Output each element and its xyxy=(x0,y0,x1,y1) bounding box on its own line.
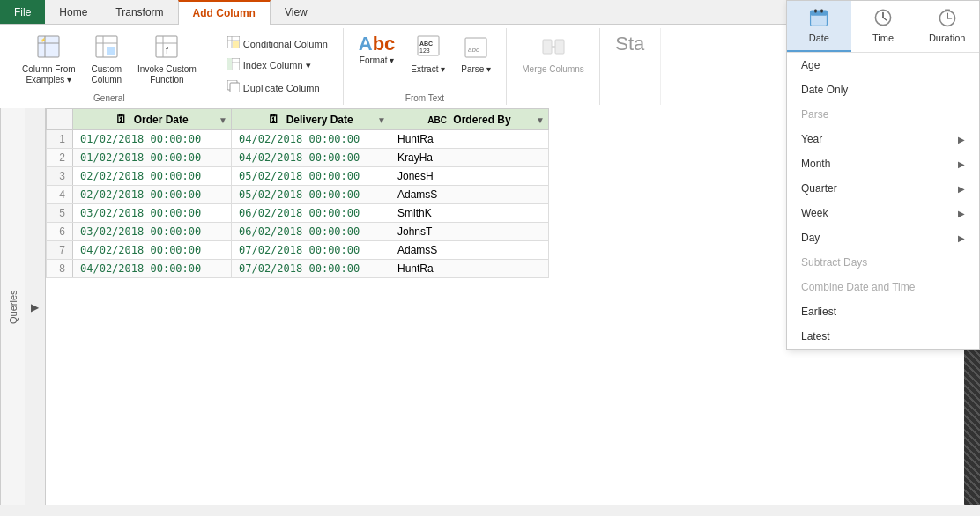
dropdown-duration-icon xyxy=(938,8,957,33)
menu-item-year[interactable]: Year▶ xyxy=(787,127,979,151)
delivery-date-cell: 05/02/2018 00:00:00 xyxy=(232,186,390,204)
index-column-label: Index Column ▾ xyxy=(243,60,311,71)
ordered-by-filter-icon[interactable]: ▼ xyxy=(536,114,545,124)
menu-item-label: Subtract Days xyxy=(801,256,867,269)
delivery-date-cell: 05/02/2018 00:00:00 xyxy=(232,167,390,186)
invoke-custom-function-label: Invoke CustomFunction xyxy=(137,64,197,85)
parse-label: Parse ▾ xyxy=(461,64,491,75)
svg-rect-28 xyxy=(555,40,564,54)
menu-item-label: Year xyxy=(801,133,822,145)
menu-item-latest[interactable]: Latest xyxy=(787,324,979,349)
statistics-button[interactable]: Sta xyxy=(609,30,651,60)
custom-column-label: CustomColumn xyxy=(92,64,122,85)
parse-button[interactable]: abc Parse ▾ xyxy=(455,30,497,79)
menu-item-quarter[interactable]: Quarter▶ xyxy=(787,176,979,201)
dropdown-duration-tab[interactable]: Duration xyxy=(915,1,979,52)
merge-columns-icon xyxy=(541,34,566,63)
submenu-arrow-icon: ▶ xyxy=(958,209,965,218)
format-button[interactable]: Abc Format ▾ xyxy=(353,30,402,70)
column-from-examples-button[interactable]: ⚡ Column FromExamples ▾ xyxy=(16,30,82,90)
menu-item-parse: Parse xyxy=(787,102,979,127)
menu-item-age[interactable]: Age xyxy=(787,53,979,77)
svg-rect-27 xyxy=(543,40,552,54)
dropdown-date-label: Date xyxy=(809,33,829,43)
order-date-cell: 04/02/2018 00:00:00 xyxy=(73,241,232,260)
index-column-button[interactable]: Index Column ▾ xyxy=(221,55,334,76)
svg-text:⚡: ⚡ xyxy=(41,37,47,43)
order-date-cell: 03/02/2018 00:00:00 xyxy=(73,223,232,241)
tab-view[interactable]: View xyxy=(271,0,322,24)
row-number-header xyxy=(47,109,73,130)
delivery-date-label: Delivery Date xyxy=(286,114,353,126)
dropdown-time-tab[interactable]: Time xyxy=(851,1,916,52)
menu-item-label: Earliest xyxy=(801,306,836,318)
menu-item-label: Day xyxy=(801,232,820,244)
order-date-filter-icon[interactable]: ▼ xyxy=(219,114,227,124)
ordered-by-cell: AdamsS xyxy=(390,241,549,260)
delivery-date-cell: 07/02/2018 00:00:00 xyxy=(232,260,390,278)
extract-label: Extract ▾ xyxy=(411,64,445,75)
extract-button[interactable]: ABC123 Extract ▾ xyxy=(405,30,451,79)
row-number: 5 xyxy=(47,204,73,223)
table-row: 8 04/02/2018 00:00:00 07/02/2018 00:00:0… xyxy=(47,260,549,278)
order-date-cell: 02/02/2018 00:00:00 xyxy=(73,186,232,204)
custom-column-button[interactable]: CustomColumn xyxy=(85,30,128,90)
order-date-cell: 02/02/2018 00:00:00 xyxy=(73,167,232,186)
duplicate-column-button[interactable]: Duplicate Column xyxy=(221,77,334,98)
submenu-arrow-icon: ▶ xyxy=(958,159,965,169)
tab-home[interactable]: Home xyxy=(45,0,101,24)
invoke-custom-function-icon: f xyxy=(154,34,179,63)
order-date-cell: 04/02/2018 00:00:00 xyxy=(73,260,232,278)
tab-file[interactable]: File xyxy=(0,0,45,24)
ordered-by-type-icon: ABC xyxy=(427,115,447,125)
duplicate-column-icon xyxy=(227,80,240,95)
column-from-examples-icon: ⚡ xyxy=(36,34,61,63)
tab-add-column[interactable]: Add Column xyxy=(178,0,271,25)
extract-icon: ABC123 xyxy=(416,34,441,63)
menu-item-label: Age xyxy=(801,59,820,71)
table-row: 3 02/02/2018 00:00:00 05/02/2018 00:00:0… xyxy=(47,167,549,186)
conditional-column-button[interactable]: Conditional Column xyxy=(221,33,334,54)
row-number: 7 xyxy=(47,241,73,260)
svg-rect-49 xyxy=(815,10,817,13)
ordered-by-cell: HuntRa xyxy=(390,260,549,278)
dropdown-date-tab[interactable]: Date xyxy=(787,1,851,52)
panel-expand-button[interactable]: ▶ xyxy=(25,108,46,505)
menu-item-date-only[interactable]: Date Only xyxy=(787,77,979,102)
dropdown-header: Date Time xyxy=(787,1,979,53)
menu-item-month[interactable]: Month▶ xyxy=(787,151,979,176)
submenu-arrow-icon: ▶ xyxy=(958,184,965,194)
conditional-column-label: Conditional Column xyxy=(243,39,328,49)
table-row: 6 03/02/2018 00:00:00 06/02/2018 00:00:0… xyxy=(47,223,549,241)
ribbon-group-conditional: Conditional Column Index Column ▾ Duplic… xyxy=(212,28,344,105)
menu-item-week[interactable]: Week▶ xyxy=(787,201,979,225)
svg-rect-50 xyxy=(821,10,823,13)
dropdown-time-icon xyxy=(873,8,893,33)
dropdown-date-icon xyxy=(809,8,828,33)
ribbon-group-stat: Sta xyxy=(600,28,661,105)
row-number: 1 xyxy=(47,130,73,149)
merge-columns-button[interactable]: Merge Columns xyxy=(516,30,590,79)
menu-item-day[interactable]: Day▶ xyxy=(787,225,979,250)
dropdown-duration-label: Duration xyxy=(929,33,966,43)
row-number: 8 xyxy=(47,260,73,278)
delivery-date-type-icon: 🗓 xyxy=(268,113,279,126)
delivery-date-cell: 06/02/2018 00:00:00 xyxy=(232,223,390,241)
menu-item-earliest[interactable]: Earliest xyxy=(787,299,979,324)
ribbon-group-from-text: Abc Format ▾ ABC123 Extract ▾ abc Parse … xyxy=(344,28,507,105)
invoke-custom-function-button[interactable]: f Invoke CustomFunction xyxy=(131,30,203,90)
ribbon-group-general: ⚡ Column FromExamples ▾ CustomColumn f I… xyxy=(7,28,212,105)
queries-panel[interactable]: Queries xyxy=(0,108,25,505)
order-date-cell: 01/02/2018 00:00:00 xyxy=(73,149,232,167)
order-date-header: 🗓 Order Date ▼ xyxy=(73,109,232,130)
menu-item-subtract-days: Subtract Days xyxy=(787,250,979,275)
svg-line-53 xyxy=(883,18,887,20)
app-window: File Home Transform Add Column View ⚡ Co… xyxy=(0,0,980,505)
delivery-date-filter-icon[interactable]: ▼ xyxy=(377,114,386,124)
tab-transform[interactable]: Transform xyxy=(101,0,177,24)
ordered-by-cell: SmithK xyxy=(390,204,549,223)
ordered-by-header: ABC Ordered By ▼ xyxy=(390,109,549,130)
parse-icon: abc xyxy=(464,34,488,63)
svg-rect-7 xyxy=(107,47,115,55)
small-ribbon-buttons: Conditional Column Index Column ▾ Duplic… xyxy=(221,30,334,98)
